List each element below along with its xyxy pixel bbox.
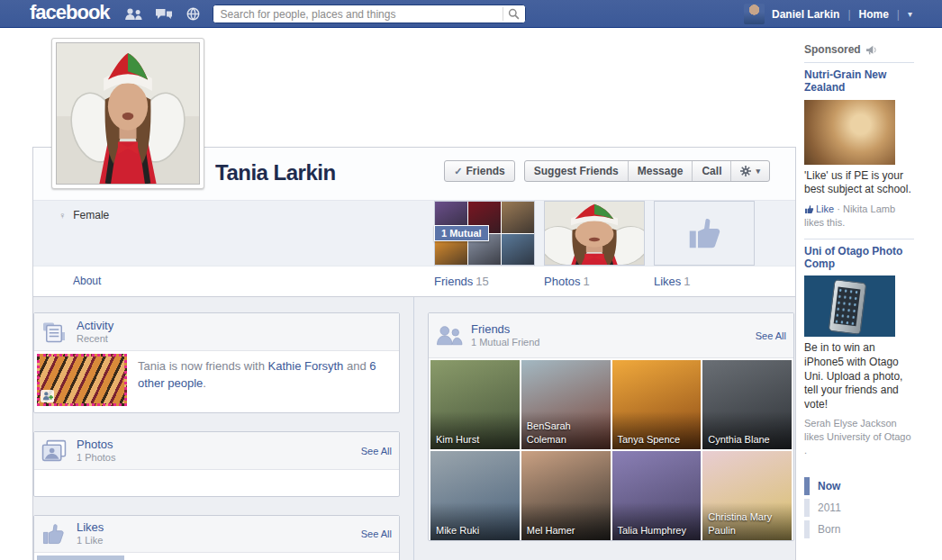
likes-thumb-icon [41,522,68,546]
activity-subtitle: Recent [77,333,113,346]
activity-notes-icon [41,321,68,343]
timeline-nav-item[interactable]: Now [804,477,914,495]
friend-link[interactable]: Kathie Forsyth [268,359,344,373]
add-friend-icon [41,390,54,402]
activity-story-text: Tania is now friends with Kathie Forsyth… [127,354,396,406]
call-button[interactable]: Call [693,161,731,181]
timeline-label: 2011 [818,501,841,514]
friend-tile[interactable]: Mel Hamer [521,451,611,540]
timeline-section: Activity Recent Tania is now friends wit… [32,297,796,560]
settings-gear-button[interactable]: ▾ [731,161,769,181]
sponsored-label: Sponsored [804,43,861,56]
timeline-nav-item[interactable]: 2011 [804,499,914,517]
facebook-logo[interactable]: facebook [30,1,110,24]
likes-tile-label[interactable]: Likes1 [654,275,755,288]
likes-tile[interactable] [654,201,755,266]
photos-box-body [34,470,399,495]
friend-name-label: Mel Hamer [527,524,607,537]
friend-requests-icon[interactable] [124,7,144,22]
friends-tile[interactable]: 1 Mutual [434,201,535,266]
current-user-avatar[interactable] [744,4,765,24]
friends-grid: Kim HurstBenSarah ColemanTanya SpenceCyn… [429,358,793,542]
search-box [213,5,526,23]
friends-people-icon [436,324,463,348]
ad-social-text: Serah Elyse Jackson likes University of … [804,417,914,457]
friends-title[interactable]: Friends [471,322,539,337]
home-link[interactable]: Home [859,8,889,21]
right-sidebar: Sponsored Nutri-Grain New Zealand 'Like'… [804,43,914,542]
check-icon: ✓ [454,166,462,176]
activity-story-thumbnail[interactable] [37,354,127,406]
friend-tile[interactable]: Mike Ruki [430,451,520,540]
likes-box: Likes 1 Like See All [33,515,400,560]
timeline-nav-item[interactable]: Born [804,520,914,538]
topbar-divider: | [897,8,900,21]
friend-tile[interactable]: Talia Humphrey [612,451,702,540]
timeline-bar [804,477,810,495]
photos-tile-label[interactable]: Photos1 [544,275,645,288]
friend-tile[interactable]: Christina Mary Paulin [702,451,792,540]
friend-name-label: Kim Hurst [436,433,516,446]
friend-name-label: Cynthia Blane [708,433,788,446]
current-user-name[interactable]: Daniel Larkin [772,8,839,21]
profile-picture[interactable] [51,38,204,189]
activity-title[interactable]: Activity [77,319,113,333]
ad-social-row: Like · Nikita Lamb likes this. [804,203,914,230]
friend-name-label: BenSarah Coleman [527,420,607,446]
sidebar-divider [804,239,914,239]
friend-tile[interactable]: Tanya Spence [612,360,702,449]
ad-image[interactable] [804,100,895,165]
friend-name-label: Talia Humphrey [618,524,698,537]
friend-name-label: Mike Ruki [436,524,516,537]
chevron-down-icon: ▾ [756,167,760,176]
ad-otago: Uni of Otago Photo Comp Be in to win an … [804,245,914,457]
messages-icon[interactable] [154,7,174,22]
photos-tile[interactable] [544,201,645,266]
friend-tile[interactable]: Cynthia Blane [702,360,792,449]
top-navigation-bar: facebook Daniel Larkin | Home | [0,0,942,28]
photos-tile-image [545,202,644,265]
timeline-navigation: Now2011Born [804,477,914,538]
notifications-globe-icon[interactable] [184,7,204,22]
sponsored-megaphone-icon [865,45,877,55]
like-link[interactable]: Like [816,203,834,214]
account-menu-chevron-down-icon[interactable]: ▾ [908,9,912,19]
photos-title[interactable]: Photos [77,438,115,452]
message-button[interactable]: Message [629,161,693,181]
search-input[interactable] [213,5,503,23]
activity-box: Activity Recent Tania is now friends wit… [33,312,400,413]
timeline-bar [804,499,810,517]
suggest-friends-button[interactable]: Suggest Friends [525,161,629,181]
profile-photo-image [56,42,200,185]
thumb-up-icon [686,215,722,251]
likes-title[interactable]: Likes [77,520,104,535]
friend-tile[interactable]: Kim Hurst [430,360,520,449]
about-link[interactable]: About [73,275,101,287]
friend-name-label: Christina Mary Paulin [708,510,788,537]
friends-box: Friends 1 Mutual Friend See All Kim Hurs… [428,312,794,541]
ad-nutrigrain: Nutri-Grain New Zealand 'Like' us if PE … [804,68,914,230]
topbar-divider: | [847,8,850,21]
ad-title-link[interactable]: Uni of Otago Photo Comp [804,245,914,271]
timeline-label: Now [818,480,840,492]
mutual-friends-badge: 1 Mutual [434,225,489,241]
likes-subtitle: 1 Like [77,535,104,547]
gender-info: ♀Female [59,209,109,221]
photos-subtitle: 1 Photos [77,452,115,465]
iphone-graphic [829,279,867,335]
profile-actions-group: Suggest Friends Message Call ▾ [524,160,770,182]
search-icon[interactable] [503,5,525,23]
liked-page-thumbnail[interactable] [37,555,124,560]
friends-see-all-link[interactable]: See All [756,330,786,341]
photos-see-all-link[interactable]: See All [361,446,392,456]
collage-photo [502,234,534,266]
likes-see-all-link[interactable]: See All [361,528,392,539]
ad-title-link[interactable]: Nutri-Grain New Zealand [804,68,914,95]
friend-tile[interactable]: BenSarah Coleman [521,360,611,449]
photos-stack-icon [41,439,68,462]
ad-body-text: 'Like' us if PE is your best subject at … [804,169,914,197]
friends-status-button[interactable]: ✓Friends [444,160,515,182]
photos-box: Photos 1 Photos See All [33,431,400,497]
ad-image[interactable] [804,275,895,337]
friends-tile-label[interactable]: Friends15 [434,275,535,288]
